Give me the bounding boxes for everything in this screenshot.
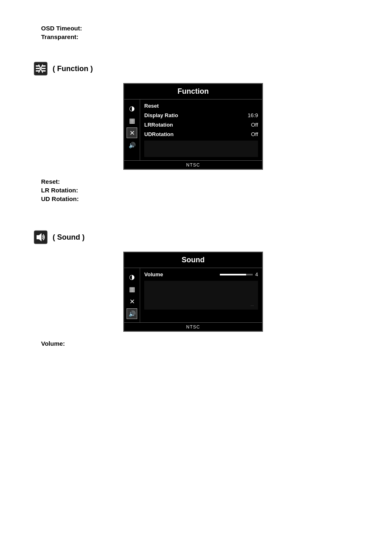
menu-icon-display: ▦ [127, 115, 137, 126]
volume-property: Volume: [33, 340, 359, 347]
sound-menu-screen: Sound ◑ ▦ ✕ 🔊 Volume 4 ··· NTSC [123, 252, 263, 332]
svg-rect-5 [42, 68, 46, 69]
slider-track [220, 274, 253, 275]
function-section-title: ( Function ) [53, 65, 93, 73]
osd-timeout-line: OSD Timeout: [33, 25, 359, 32]
sound-icon-display [33, 229, 48, 245]
function-menu-dark-area [144, 141, 258, 157]
volume-value: 4 [255, 272, 258, 278]
udrotation-label: UDRotation [144, 131, 174, 137]
function-menu-row-lrrotation: LRRotation Off [144, 122, 258, 128]
function-menu-title: Function [124, 84, 262, 99]
sound-menu-icons: ◑ ▦ ✕ 🔊 [124, 268, 140, 322]
function-menu-row-display-ratio: Display Ratio 16:9 [144, 112, 258, 118]
lrrotation-label: LRRotation [144, 122, 173, 128]
function-menu-footer: NTSC [124, 160, 262, 169]
function-menu-items: Reset Display Ratio 16:9 LRRotation Off … [140, 99, 262, 160]
display-ratio-value: 16:9 [248, 112, 258, 118]
display-ratio-label: Display Ratio [144, 112, 178, 118]
function-menu-icons: ◑ ▦ ✕ 🔊 [124, 99, 140, 160]
function-menu-screen: Function ◑ ▦ ✕ 🔊 Reset Display Ratio 16:… [123, 83, 263, 170]
reset-property: Reset: [33, 178, 359, 185]
sound-menu-icon-display: ▦ [127, 284, 137, 294]
sound-menu-row-volume: Volume 4 [144, 271, 258, 278]
menu-icon-sound: 🔊 [127, 140, 137, 150]
udrotation-value: Off [251, 131, 258, 137]
sound-section-header: ( Sound ) [33, 229, 359, 245]
function-svg-icon [33, 61, 48, 76]
function-icon-display [33, 61, 48, 76]
sound-menu-items: Volume 4 ··· [140, 268, 262, 322]
volume-slider: 4 [220, 272, 258, 278]
svg-rect-2 [36, 68, 40, 69]
sound-menu-icon-function: ✕ [127, 296, 137, 307]
sound-menu-dark-area: ··· [144, 281, 258, 310]
sound-menu-icon-brightness: ◑ [127, 271, 137, 282]
sound-svg-icon [33, 230, 48, 245]
function-section-header: ( Function ) [33, 61, 359, 76]
sound-menu-watermark: ··· [251, 303, 254, 308]
menu-icon-function: ✕ [127, 127, 137, 138]
lrrotation-value: Off [251, 122, 258, 128]
reset-label: Reset [144, 103, 159, 109]
sound-menu-body: ◑ ▦ ✕ 🔊 Volume 4 ··· [124, 268, 262, 322]
lr-rotation-property: LR Rotation: [33, 187, 359, 194]
sound-menu-footer: NTSC [124, 322, 262, 331]
sound-menu-icon-sound: 🔊 [127, 308, 137, 319]
sound-menu-title: Sound [124, 252, 262, 268]
function-menu-row-reset: Reset [144, 103, 258, 109]
menu-icon-brightness: ◑ [127, 103, 137, 113]
function-menu-row-udrotation: UDRotation Off [144, 131, 258, 137]
osd-transparent-line: Transparent: [33, 33, 359, 40]
ud-rotation-property: UD Rotation: [33, 195, 359, 202]
sound-section-title: ( Sound ) [53, 233, 85, 242]
function-menu-body: ◑ ▦ ✕ 🔊 Reset Display Ratio 16:9 LRRotat… [124, 99, 262, 160]
volume-label: Volume [144, 271, 163, 278]
slider-fill [220, 274, 246, 275]
